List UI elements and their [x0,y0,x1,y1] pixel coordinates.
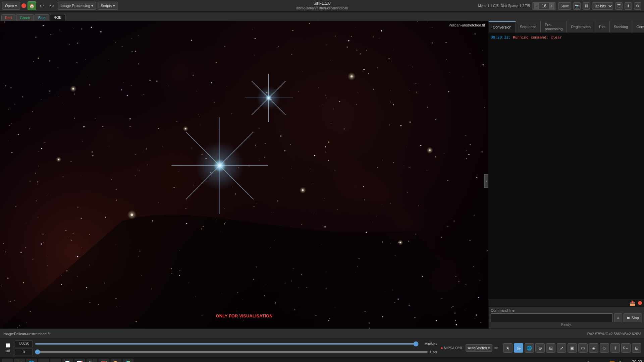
autostretch-chevron: ▾ [488,346,490,350]
tab-red[interactable]: Red [1,14,15,21]
console-log: 00:20:32: Running command: clear [489,33,644,299]
disk-label: Disk Space: 1.2 TiB [501,4,530,8]
zoom-fit-icon[interactable]: ⤢ [557,343,566,353]
cut-label: cut [5,349,10,353]
thread-increment[interactable]: + [549,3,554,9]
rect-select-icon[interactable]: ▭ [578,343,588,353]
taskbar-paint[interactable]: 🎨 [111,359,121,362]
overlay-icon[interactable]: ◈ [589,343,598,353]
mem-disk-panel: Mem: 1.1 GiB Disk Space: 1.2 TiB − 16 + … [476,0,644,12]
tab-sequence[interactable]: Sequence [516,21,541,33]
scripts-button[interactable]: Scripts ▾ [98,2,118,10]
taskbar-right: 🖥 💻 ☀ ⚙ 🔊 📺 ⬡ 📶 🔋 20:20 27/09/2022 [553,360,642,362]
taskbar-brightness-icon[interactable]: ☀ [569,361,575,362]
system-clock: 20:20 27/09/2022 [625,360,642,362]
cut-checkbox[interactable] [6,343,10,348]
command-line-section: Command line # ⏹ Stop Ready. [489,307,644,328]
panel-collapse-arrow[interactable]: › [484,174,488,188]
thread-value: 16 [540,4,548,8]
taskbar-calculator[interactable]: 🧮 [99,359,109,362]
undo-button[interactable]: ↩ [38,1,46,10]
stop-button[interactable]: ⏹ Stop [624,313,642,322]
settings-icon[interactable]: ⚙ [634,2,641,10]
thread-decrement[interactable]: − [534,3,539,9]
taskbar-speaker-icon[interactable]: 🔊 [585,361,591,362]
slider-high[interactable] [35,343,419,345]
crop-icon[interactable]: ⊞ [546,343,555,353]
scripts-chevron: ▾ [113,4,115,8]
app-title-main: Siril-1.1.0 [296,1,348,6]
taskbar-text-ed[interactable]: 📝 [74,359,85,362]
circle-icon[interactable]: ◎ [514,343,523,353]
mips-label: MIPS-LO/HI [444,346,462,350]
bits-select[interactable]: 32 bits 16 bits 8 bits [592,2,613,10]
star-icon[interactable]: ★ [503,343,513,353]
slider-low-value[interactable] [15,349,33,355]
mem-label: Mem: 1.1 GiB [478,4,499,8]
hash-button[interactable]: # [614,313,622,322]
thread-counter: − 16 + [532,2,556,10]
home-button[interactable]: 🏠 [28,1,36,10]
image-processing-button[interactable]: Image Processing ▾ [58,2,96,10]
move-icon[interactable]: ✛ [610,343,620,353]
tab-rgb[interactable]: RGB [50,14,65,21]
redo-button[interactable]: ↪ [48,1,56,10]
expand-icon[interactable]: ⬆ [625,2,632,10]
extra-icon[interactable]: ⊟ [632,343,641,353]
right-panel: Conversion Sequence Pre-processing Regis… [488,21,644,328]
taskbar-nautilus[interactable]: 📁 [14,359,25,362]
taskbar-battery-icon[interactable]: 🔋 [617,361,623,362]
tab-console[interactable]: Console [632,21,644,33]
tab-registration[interactable]: Registration [567,21,595,33]
slider-high-value[interactable] [15,341,33,347]
taskbar-firefox[interactable]: 🌐 [26,359,37,362]
min-max-label: Min/Max [421,342,437,346]
command-line-input[interactable] [491,313,613,322]
crosshair-icon[interactable]: ⊕ [535,343,545,353]
pencil-icon[interactable]: ✏ [494,345,498,351]
hash-icon: # [617,316,619,320]
app-title-path: /home/adrian/astro/Pelican/Pelican [296,6,348,10]
open-button[interactable]: Open ▾ [2,2,20,10]
export-log-icon[interactable]: 📤 [630,300,635,306]
image-processing-label: Image Processing [61,4,90,8]
taskbar-wifi-icon[interactable]: 📶 [609,361,615,362]
taskbar-siril[interactable]: 🔭 [87,359,97,362]
taskbar-settings-icon[interactable]: ⚙ [577,361,583,362]
sliders-area: Min/Max User [15,341,437,355]
save-button[interactable]: Save [558,2,571,10]
tab-conversion[interactable]: Conversion [489,21,516,33]
taskbar-office[interactable]: 📄 [62,359,73,362]
tab-green[interactable]: Green [16,14,34,21]
stop-label: Stop [631,316,639,320]
slider-low[interactable] [35,351,428,353]
taskbar-terminal[interactable]: ›_ [38,359,49,362]
scripts-label: Scripts [101,4,112,8]
open-label: Open [5,4,14,8]
globe-icon[interactable]: 🌐 [525,343,534,353]
taskbar-laptop-icon[interactable]: 💻 [561,361,567,362]
log-time-1: 00:20:32: [491,35,511,40]
bottom-controls: cut Min/Max User ● MIPS-LO/HI AutoStretc… [0,339,644,357]
tab-stacking[interactable]: Stacking [610,21,632,33]
tab-plot[interactable]: Plot [595,21,610,33]
stop-icon: ⏹ [627,316,630,320]
menu-icon[interactable]: ☰ [615,2,623,10]
tab-blue[interactable]: Blue [35,14,49,21]
label-arrows-icon[interactable]: R↔ [621,343,631,353]
display-icon[interactable]: 🖥 [583,2,590,10]
taskbar-file-mgr[interactable]: 🗂 [50,359,61,362]
taskbar-monitor-icon[interactable]: 🖥 [553,361,559,362]
bottom-info-bar: Image:Pelican-unstretched.fit R=2.575%/G… [0,328,644,339]
camera-icon[interactable]: 📷 [573,2,581,10]
tab-preprocessing[interactable]: Pre-processing [541,21,567,33]
taskbar-browser2[interactable]: 🌍 [123,359,133,362]
taskbar-display2-icon[interactable]: 📺 [593,361,599,362]
diamond-icon[interactable]: ◇ [600,343,609,353]
pixel-values: R=2.575%/G=2.586%/B=2.626% [587,332,641,336]
astro-image [0,21,488,328]
taskbar-desktop[interactable]: ⊞ [2,359,13,362]
taskbar-bluetooth-icon[interactable]: ⬡ [601,361,607,362]
autostretch-button[interactable]: AutoStretch ▾ [466,344,492,352]
selection-rect-icon[interactable]: ▣ [568,343,577,353]
